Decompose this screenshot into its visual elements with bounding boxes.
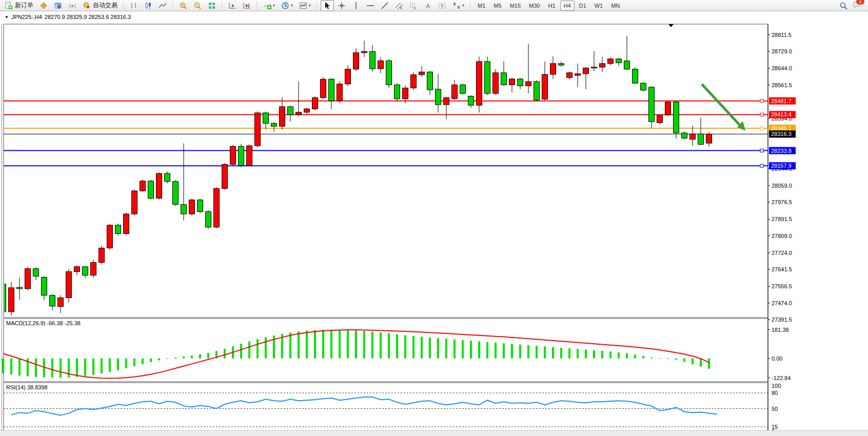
rsi-label: RSI(14) 38.8398 (6, 384, 48, 390)
macd-histogram-bar (593, 350, 595, 359)
fibonacci-tool-button[interactable]: F (407, 0, 420, 11)
bear-candle-body (633, 69, 638, 83)
macd-histogram-bar (18, 359, 21, 376)
auto-trading-label: 自动交易 (93, 1, 117, 10)
macd-histogram-bar (560, 348, 562, 359)
macd-histogram-bar (388, 333, 390, 359)
candle (140, 180, 146, 192)
line-chart-button[interactable] (156, 0, 169, 11)
timeframe-button-MN[interactable]: MN (607, 1, 623, 11)
dropdown-arrow-icon[interactable]: ▾ (291, 3, 293, 8)
bull-candle-body (452, 85, 458, 98)
candle (534, 80, 540, 101)
line-handle[interactable] (760, 100, 763, 103)
timeframe-button-H1[interactable]: H1 (544, 1, 559, 11)
candle (230, 145, 236, 166)
trendline-tool-button[interactable] (378, 0, 391, 11)
bull-candle-body (304, 109, 310, 112)
timeframe-button-M30[interactable]: M30 (525, 1, 543, 11)
candle (337, 81, 343, 103)
bear-candle-body (468, 96, 474, 106)
bull-candle-body (583, 68, 589, 73)
macd-scale-label: 181.38 (772, 327, 789, 333)
price-tick-label: 28644.0 (772, 65, 792, 71)
horizontal-line-tool-button[interactable] (364, 0, 377, 11)
equidistant-channel-tool-button[interactable]: E (392, 0, 406, 11)
macd-histogram-bar (618, 352, 620, 359)
market-watch-button[interactable] (37, 0, 50, 11)
signals-button[interactable] (66, 0, 79, 11)
new-order-button[interactable]: 新订单 (2, 0, 36, 11)
candle (239, 144, 244, 167)
bear-candle-body (624, 61, 630, 69)
bull-candle-body (255, 113, 261, 146)
macd-panel[interactable] (4, 319, 768, 382)
bear-candle-body (616, 59, 622, 63)
timeframe-button-H4[interactable]: H4 (560, 1, 575, 11)
templates-button[interactable]: ▾ (297, 0, 313, 11)
macd-histogram-bar (35, 359, 37, 377)
toolbar-separator (470, 2, 471, 10)
arrows-tool-button[interactable]: ▾ (450, 0, 467, 11)
macd-histogram-bar (552, 347, 554, 359)
support-price-text: 28157.9 (771, 163, 792, 169)
periods-button[interactable]: ▾ (279, 0, 295, 11)
auto-scroll-button[interactable] (226, 0, 239, 11)
macd-scale-label: 0.00 (772, 355, 782, 362)
candle (165, 171, 170, 183)
notifications-button[interactable]: 1 (853, 1, 861, 11)
indicators-button[interactable]: ▾ (261, 0, 278, 11)
text-tool-button[interactable]: A (421, 0, 435, 11)
crosshair-tool-button[interactable] (335, 0, 348, 11)
line-handle[interactable] (760, 127, 763, 130)
candle (477, 56, 482, 112)
support-price-text: 28233.8 (771, 148, 792, 154)
timeframe-button-M15[interactable]: M15 (506, 1, 524, 11)
toolbar-separator (172, 2, 173, 10)
tile-windows-button[interactable] (205, 0, 219, 11)
dropdown-arrow-icon[interactable]: ▾ (309, 3, 311, 8)
cursor-tool-button[interactable] (321, 0, 334, 11)
candlestick-chart-button[interactable] (142, 0, 155, 11)
timeframe-button-D1[interactable]: D1 (576, 1, 590, 11)
timeframe-button-M5[interactable]: M5 (490, 1, 505, 11)
dropdown-arrow-icon[interactable]: ▾ (462, 3, 464, 8)
line-handle[interactable] (760, 164, 763, 167)
bull-candle-body (74, 267, 80, 272)
line-handle[interactable] (760, 149, 763, 152)
collapse-triangle-icon[interactable]: ▼ (5, 15, 9, 19)
zoom-in-button[interactable] (176, 0, 190, 11)
macd-histogram-bar (519, 345, 521, 359)
bull-candle-body (214, 188, 220, 227)
bull-candle-body (189, 200, 195, 214)
horizontal-line-icon (366, 2, 374, 10)
arrows-icon (452, 2, 461, 10)
bull-candle-body (124, 214, 129, 233)
macd-histogram-bar (544, 346, 546, 358)
macd-histogram-bar (577, 349, 579, 358)
vertical-line-tool-button[interactable] (349, 0, 363, 11)
macd-histogram-bar (199, 354, 201, 359)
macd-histogram-bar (339, 330, 341, 359)
symbol-header: ▼ JPN225-,H4 28270.9 28325.9 28253.6 283… (5, 14, 131, 20)
auto-trading-button[interactable]: 自动交易 (80, 0, 120, 11)
price-tick-label: 28811.5 (772, 32, 792, 38)
chart-canvas[interactable]: 28811.528729.028644.028561.528394.028144… (0, 11, 868, 436)
data-window-button[interactable] (51, 0, 65, 11)
dropdown-arrow-icon[interactable]: ▾ (273, 3, 275, 8)
line-handle[interactable] (760, 113, 763, 116)
bar-chart-button[interactable] (127, 0, 141, 11)
zoom-out-button[interactable] (191, 0, 204, 11)
bull-candle-body (353, 53, 359, 69)
bull-candle-body (403, 88, 408, 99)
text-label-tool-button[interactable]: T (436, 0, 449, 11)
text-label-icon: T (438, 2, 446, 10)
bull-candle-body (345, 69, 351, 84)
macd-histogram-bar (207, 353, 209, 358)
macd-histogram-bar (675, 359, 677, 360)
timeframe-button-M1[interactable]: M1 (474, 1, 489, 11)
timeframe-button-W1[interactable]: W1 (591, 1, 607, 11)
chart-shift-button[interactable] (240, 0, 253, 11)
search-icon[interactable] (839, 2, 847, 10)
macd-histogram-bar (191, 355, 193, 359)
